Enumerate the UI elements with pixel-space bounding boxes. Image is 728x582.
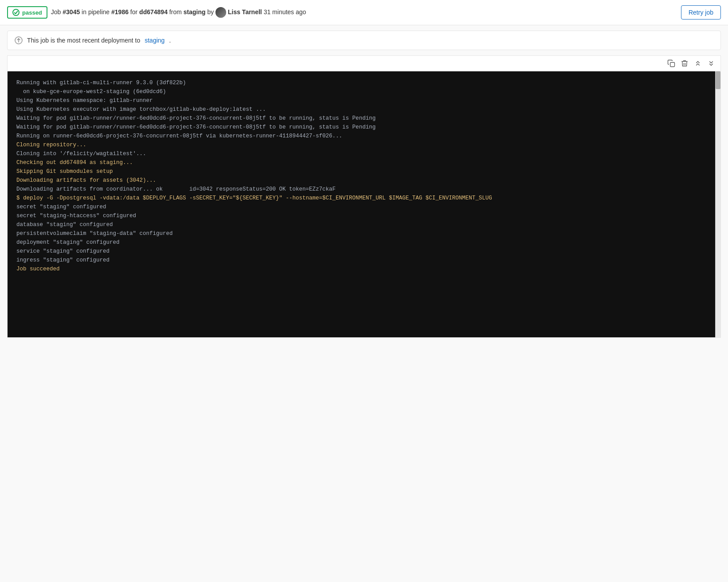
scrollbar[interactable] <box>715 71 720 337</box>
terminal-line: Running on runner-6ed0dcd6-project-376-c… <box>16 132 706 141</box>
job-number: #3045 <box>63 8 80 16</box>
terminal-toolbar <box>8 56 720 71</box>
terminal-line: Checking out dd674894 as staging... <box>16 158 706 167</box>
terminal-wrapper: Running with gitlab-ci-multi-runner 9.3.… <box>8 71 720 337</box>
terminal-line: service "staging" configured <box>16 247 706 256</box>
check-circle-icon <box>12 9 20 16</box>
deployment-text: This job is the most recent deployment t… <box>27 37 140 44</box>
status-badge: passed <box>7 6 47 19</box>
terminal-line: Waiting for pod gitlab-runner/runner-6ed… <box>16 114 706 123</box>
terminal-line: ingress "staging" configured <box>16 256 706 265</box>
terminal-line: Cloning repository... <box>16 141 706 149</box>
svg-point-0 <box>13 9 19 16</box>
copy-log-button[interactable] <box>666 59 676 68</box>
terminal-line: database "staging" configured <box>16 220 706 229</box>
job-text-1: Job <box>51 8 63 16</box>
svg-rect-2 <box>670 62 675 67</box>
scrollbar-thumb[interactable] <box>716 71 720 89</box>
deployment-notice: This job is the most recent deployment t… <box>7 31 721 50</box>
period: . <box>169 37 171 44</box>
commit-hash: dd674894 <box>139 8 168 16</box>
terminal-line: secret "staging-htaccess" configured <box>16 211 706 220</box>
status-label: passed <box>22 9 42 16</box>
terminal-output[interactable]: Running with gitlab-ci-multi-runner 9.3.… <box>8 71 715 337</box>
user-name: Liss Tarnell <box>228 8 262 16</box>
terminal-line: on kube-gce-europe-west2-staging (6ed0dc… <box>16 87 706 96</box>
terminal-line: Downloading artifacts from coordinator..… <box>16 185 706 194</box>
job-text-2: in pipeline <box>80 8 111 16</box>
delete-log-button[interactable] <box>680 59 689 68</box>
avatar <box>215 7 226 18</box>
terminal-line: Cloning into '/felicity/wagtailtest'... <box>16 149 706 158</box>
info-icon <box>15 36 23 44</box>
terminal-line: Using Kubernetes namespace: gitlab-runne… <box>16 96 706 105</box>
terminal-line: Using Kubernetes executor with image tor… <box>16 105 706 114</box>
pipeline-number: #1986 <box>111 8 129 16</box>
terminal-line: persistentvolumeclaim "staging-data" con… <box>16 229 706 238</box>
terminal-line: Waiting for pod gitlab-runner/runner-6ed… <box>16 123 706 132</box>
terminal-line: Downloading artifacts for assets (3042).… <box>16 176 706 185</box>
terminal-line: deployment "staging" configured <box>16 238 706 247</box>
job-text-3: for <box>129 8 139 16</box>
job-text-5: by <box>206 8 216 16</box>
time-ago: 31 minutes ago <box>264 8 306 16</box>
job-header: passed Job #3045 in pipeline #1986 for d… <box>0 0 728 25</box>
job-text-4: from <box>168 8 184 16</box>
terminal-line: secret "staging" configured <box>16 203 706 211</box>
staging-link[interactable]: staging <box>145 37 164 44</box>
terminal-line: Job succeeded <box>16 265 706 273</box>
terminal-container: Running with gitlab-ci-multi-runner 9.3.… <box>7 55 721 338</box>
terminal-line: $ deploy -G -Dpostgresql -vdata:/data $D… <box>16 194 706 203</box>
scroll-top-button[interactable] <box>693 59 703 68</box>
terminal-line: Skipping Git submodules setup <box>16 167 706 176</box>
retry-job-button[interactable]: Retry job <box>681 5 721 20</box>
avatar-image <box>215 7 226 18</box>
header-info: Job #3045 in pipeline #1986 for dd674894… <box>51 7 677 18</box>
branch-name: staging <box>184 8 206 16</box>
scroll-bottom-button[interactable] <box>706 59 716 68</box>
terminal-line: Running with gitlab-ci-multi-runner 9.3.… <box>16 78 706 87</box>
